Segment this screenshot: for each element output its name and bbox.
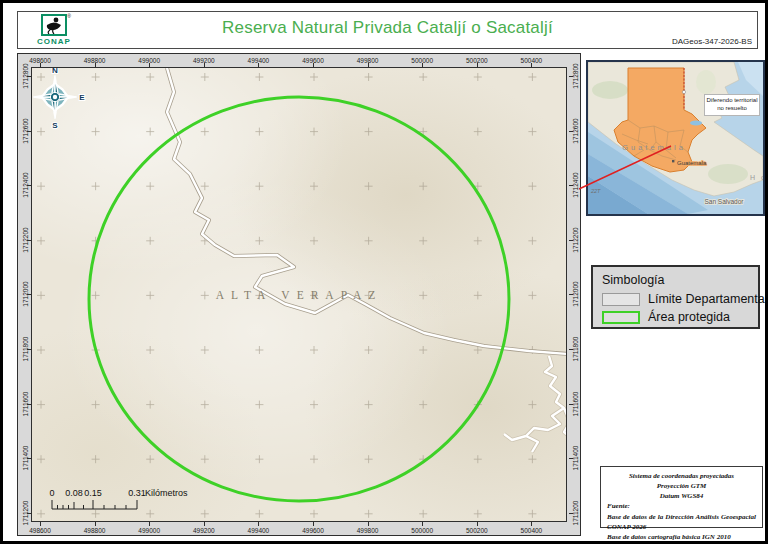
map-canvas: N E S O ALTA VERAPAZ 0 0.08 0.15 0.31 Ki… [31,67,567,522]
source-1: Base de datos de la Dirección Análisis G… [607,512,756,532]
x-axis-label-bottom: 499600 [302,527,324,534]
x-axis-label-bottom: 500000 [411,527,433,534]
header: ® CONAP Reserva Natural Privada Cataljí … [17,11,758,49]
datum-line: Datum WGS84 [607,491,756,501]
crs-line: Sistema de coordenadas proyectadas [607,471,756,481]
grid-zone-label: 22T [590,188,601,194]
page-title: Reserva Natural Privada Cataljí o Sacata… [18,18,757,38]
coordinate-tick [569,185,573,186]
scalebar-label-3: 0.31 [128,488,146,498]
legend-title: Simbología [602,273,749,287]
department-label: ALTA VERAPAZ [216,289,383,301]
source-heading: Fuente: [607,501,756,511]
map-frame: N E S O ALTA VERAPAZ 0 0.08 0.15 0.31 Ki… [17,53,581,536]
coordinate-tick [569,513,573,514]
coordinate-tick [569,349,573,350]
coordinate-tick [27,240,31,241]
coordinate-tick [422,522,423,526]
compass-north-label: N [52,67,58,75]
coordinate-tick [477,63,478,67]
coordinate-tick [531,63,532,67]
source-2: Base de datos cartografía básica IGN 201… [607,532,756,542]
coordinate-tick [204,63,205,67]
projection-line: Proyección GTM [607,481,756,491]
document-code: DAGeos-347-2026-BS [672,37,752,46]
x-axis-label-bottom: 498800 [84,527,106,534]
coordinate-tick [422,63,423,67]
coordinate-tick [569,404,573,405]
x-axis-label-bottom: 500400 [521,527,543,534]
coordinate-tick [313,522,314,526]
coordinate-tick [531,522,532,526]
logo-text: CONAP [24,37,84,46]
coordinate-tick [258,522,259,526]
x-axis-label-bottom: 498600 [29,527,51,534]
map-document: ® CONAP Reserva Natural Privada Cataljí … [0,0,768,544]
coordinate-tick [95,63,96,67]
compass-east-label: E [79,93,85,102]
coordinate-tick [27,76,31,77]
coordinate-tick [204,522,205,526]
coordinate-tick [27,185,31,186]
legend-item-protected-area: Área protegida [602,310,749,324]
scalebar-label-1: 0.08 [65,488,83,498]
coordinate-tick [27,513,31,514]
inset-locator-map: Guatemala Guatemala San Salvador H o 22T… [586,60,765,216]
neighbor-city-label: San Salvador [704,198,744,205]
coordinate-tick [368,522,369,526]
x-axis-label-bottom: 499400 [248,527,270,534]
compass-rose-icon: N E S O [31,67,86,130]
coordinate-tick [27,131,31,132]
territorial-note: Diferendo territorial no resuelto [704,94,760,116]
coordinate-tick [258,63,259,67]
coordinate-tick [95,522,96,526]
city-label: Guatemala [677,160,707,166]
coordinate-tick [569,458,573,459]
scalebar-label-2: 0.15 [84,488,102,498]
x-axis-label-bottom: 500200 [466,527,488,534]
coordinate-tick [149,522,150,526]
coordinate-tick [569,76,573,77]
scalebar-unit: Kilómetros [145,488,188,498]
x-axis-label-bottom: 499200 [193,527,215,534]
x-axis-label-bottom: 499000 [138,527,160,534]
road-lines [167,68,567,354]
coordinate-tick [569,131,573,132]
coordinate-tick [27,349,31,350]
coordinate-tick [313,63,314,67]
protected-area-swatch [602,311,640,324]
legend: Simbología Límite Departamental Área pro… [591,265,760,329]
country-label: Guatemala [622,143,686,152]
honduras-label: H o [750,174,763,181]
coordinate-tick [368,63,369,67]
coordinate-tick [27,458,31,459]
coordinate-tick [27,404,31,405]
coordinate-tick [149,63,150,67]
coordinate-tick [40,522,41,526]
coordinate-tick [569,294,573,295]
scalebar-ticks [52,500,137,509]
trail-lines [504,356,567,452]
legend-item-department: Límite Departamental [602,292,749,306]
credits-box: Sistema de coordenadas proyectadas Proye… [600,466,763,528]
coordinate-tick [40,63,41,67]
compass-south-label: S [52,121,58,130]
coordinate-tick [569,240,573,241]
department-boundary-swatch [602,293,640,306]
x-axis-label-bottom: 499800 [357,527,379,534]
coordinate-tick [477,522,478,526]
scalebar-label-0: 0 [49,488,54,498]
coordinate-tick [27,294,31,295]
